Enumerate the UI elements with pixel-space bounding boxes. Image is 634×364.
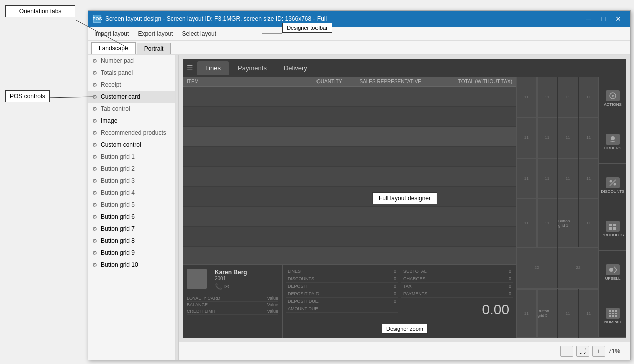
sidebar-item-btn-grid-8[interactable]: ⚙ Button grid 8 <box>88 235 175 247</box>
portrait-tab[interactable]: Portrait <box>137 43 171 54</box>
grid-cell[interactable]: 22 <box>516 247 557 288</box>
grid-cell[interactable]: 11 <box>558 158 578 199</box>
gear-icon-btn6: ⚙ <box>91 213 98 220</box>
select-layout-menu[interactable]: Select layout <box>178 29 220 39</box>
sidebar-item-btn-grid-4[interactable]: ⚙ Button grid 4 <box>88 187 175 199</box>
minimize-button[interactable]: ─ <box>581 13 595 25</box>
grid-row-bottom: 11 Button grid 5 11 11 <box>516 288 599 338</box>
grid-cell[interactable]: 11 <box>558 289 578 338</box>
discounts-value: 0 <box>394 276 396 281</box>
table-row[interactable] <box>183 187 516 207</box>
sidebar-item-btn-grid-1[interactable]: ⚙ Button grid 1 <box>88 151 175 163</box>
gear-icon-receipt: ⚙ <box>91 81 98 88</box>
balance-value: Value <box>267 302 278 307</box>
pos-tab-delivery[interactable]: Delivery <box>276 61 315 75</box>
zoom-level: 71% <box>608 348 620 355</box>
grid-cell[interactable]: 11 <box>516 77 537 117</box>
close-button[interactable]: ✕ <box>611 13 625 25</box>
grid-cell[interactable]: 11 <box>579 77 599 117</box>
order-table-header: ITEM QUANTITY SALES REPRESENTATIVE TOTAL… <box>183 77 516 87</box>
customer-icons: 📞 ✉ <box>215 283 247 290</box>
sidebar-item-btn-grid-9[interactable]: ⚙ Button grid 9 <box>88 247 175 259</box>
sidebar-item-btn-grid-7[interactable]: ⚙ Button grid 7 <box>88 223 175 235</box>
grid-cell-btn-grid-1[interactable]: Button grid 1 <box>558 199 578 248</box>
sidebar-item-receipt[interactable]: ⚙ Receipt <box>88 79 175 91</box>
col-total: TOTAL (WITHOUT TAX) <box>431 79 513 84</box>
customer-loyalty: LOYALTY CARD Value BALANCE Value CREDIT … <box>187 295 278 315</box>
grid-cell[interactable]: 11 <box>537 158 558 199</box>
svg-rect-11 <box>609 227 612 230</box>
sidebar-item-btn-grid-10[interactable]: ⚙ Button grid 10 <box>88 259 175 271</box>
menu-bar: Import layout Export layout Select layou… <box>88 27 630 41</box>
grid-cell[interactable]: 11 <box>516 117 537 158</box>
pos-tab-payments[interactable]: Payments <box>230 61 275 75</box>
sidebar-item-btn-grid-6[interactable]: ⚙ Button grid 6 <box>88 211 175 223</box>
deposit-label: DEPOSIT <box>288 284 308 289</box>
orders-button[interactable]: ORDERS <box>599 120 626 164</box>
grid-cell[interactable]: 11 <box>558 117 578 158</box>
grid-cell-btn-grid-5[interactable]: Button grid 5 <box>537 289 558 338</box>
sidebar-item-number-pad[interactable]: ⚙ Number pad <box>88 55 175 67</box>
subtotal-label: SUBTOTAL <box>403 269 427 274</box>
table-row[interactable] <box>183 167 516 187</box>
table-row[interactable] <box>183 127 516 147</box>
table-row[interactable] <box>183 107 516 127</box>
sidebar-item-btn-grid-3[interactable]: ⚙ Button grid 3 <box>88 175 175 187</box>
grid-cell[interactable]: 22 <box>558 247 599 288</box>
svg-rect-21 <box>612 315 614 317</box>
zoom-fit-button[interactable]: ⛶ <box>576 346 589 357</box>
grid-cell[interactable]: 11 <box>579 117 599 158</box>
customer-name: Karen Berg <box>215 269 247 276</box>
annotation-text: Orientation tabs <box>19 8 62 15</box>
maximize-button[interactable]: □ <box>596 13 610 25</box>
table-row[interactable] <box>183 207 516 227</box>
sidebar-item-image[interactable]: ⚙ Image <box>88 115 175 127</box>
numpad-button[interactable]: NUMPAD <box>599 294 626 338</box>
col-item: ITEM <box>187 79 309 84</box>
sidebar-item-btn-grid-5[interactable]: ⚙ Button grid 5 <box>88 199 175 211</box>
gear-icon-btn2: ⚙ <box>91 165 98 172</box>
grid-cell[interactable]: 11 <box>579 289 599 338</box>
products-icon <box>606 221 620 232</box>
right-panel: 11 11 11 11 11 11 11 11 <box>516 77 626 338</box>
grid-cell[interactable]: 11 <box>516 289 537 338</box>
gear-icon-btn9: ⚙ <box>91 249 98 256</box>
grid-cell[interactable]: 11 <box>537 77 558 117</box>
grid-row-3: 11 11 11 11 <box>516 158 599 199</box>
svg-rect-9 <box>609 224 612 226</box>
import-layout-menu[interactable]: Import layout <box>90 29 133 39</box>
sidebar-item-recommended[interactable]: ⚙ Recommended products <box>88 127 175 139</box>
pos-tab-lines[interactable]: Lines <box>197 61 229 75</box>
products-button[interactable]: PRODUCTS <box>599 207 626 251</box>
export-layout-menu[interactable]: Export layout <box>134 29 177 39</box>
sidebar-label-image: Image <box>101 117 117 124</box>
charges-value: 0 <box>509 276 511 281</box>
table-row[interactable] <box>183 147 516 167</box>
zoom-in-button[interactable]: + <box>592 346 605 357</box>
upsell-button[interactable]: UPSELL <box>599 251 626 294</box>
sidebar-label-btn10: Button grid 10 <box>101 261 138 268</box>
svg-rect-18 <box>612 313 614 314</box>
discounts-button[interactable]: DISCOUNTS <box>599 164 626 207</box>
sidebar-item-btn-grid-2[interactable]: ⚙ Button grid 2 <box>88 163 175 175</box>
grid-cell[interactable]: 11 <box>516 158 537 199</box>
actions-button[interactable]: ACTIONS <box>599 77 626 120</box>
grid-cell[interactable]: 11 <box>516 199 537 248</box>
sidebar-item-tab-control[interactable]: ⚙ Tab control <box>88 103 175 115</box>
zoom-out-button[interactable]: − <box>560 346 573 357</box>
landscape-tab[interactable]: Landscape <box>91 42 136 54</box>
grid-cell[interactable]: 11 <box>537 199 558 248</box>
table-row[interactable] <box>183 87 516 107</box>
sidebar-item-custom-control[interactable]: ⚙ Custom control <box>88 139 175 151</box>
grid-cell[interactable]: 11 <box>537 117 558 158</box>
grid-cell[interactable]: 11 <box>579 199 599 248</box>
pos-body: ITEM QUANTITY SALES REPRESENTATIVE TOTAL… <box>183 77 626 338</box>
table-row[interactable] <box>183 227 516 247</box>
sidebar-item-customer-card[interactable]: ⚙ Customer card <box>88 91 175 103</box>
grid-cell[interactable]: 11 <box>579 158 599 199</box>
sidebar-item-totals-panel[interactable]: ⚙ Totals panel <box>88 67 175 79</box>
orientation-tabs-bar: Landscape Portrait <box>88 41 630 55</box>
gear-icon-btn1: ⚙ <box>91 153 98 160</box>
grid-cell[interactable]: 11 <box>558 77 578 117</box>
gear-icon-btn5: ⚙ <box>91 201 98 208</box>
